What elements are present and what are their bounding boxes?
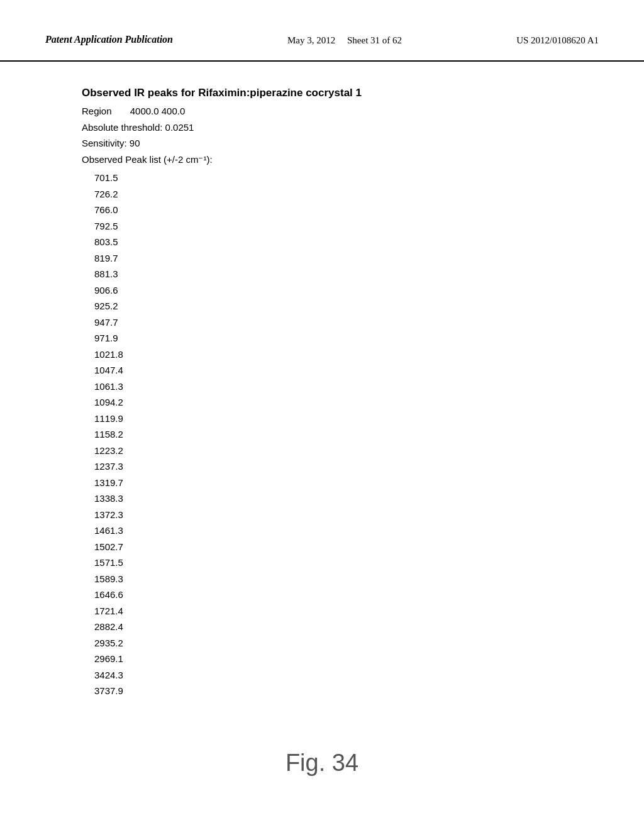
- list-item: 1094.2: [94, 394, 531, 411]
- region-line: Region 4000.0 400.0: [82, 103, 531, 119]
- list-item: 1158.2: [94, 426, 531, 443]
- list-item: 819.7: [94, 250, 531, 267]
- list-item: 947.7: [94, 314, 531, 331]
- list-item: 766.0: [94, 202, 531, 218]
- main-content: Observed IR peaks for Rifaximin:piperazi…: [0, 62, 644, 724]
- region-values: 4000.0 400.0: [130, 106, 186, 116]
- absolute-threshold-line: Absolute threshold: 0.0251: [82, 119, 531, 136]
- list-item: 1646.6: [94, 587, 531, 603]
- list-item: 1589.3: [94, 571, 531, 587]
- list-item: 792.5: [94, 218, 531, 235]
- sheet-number: Sheet 31 of 62: [347, 35, 402, 45]
- list-item: 2935.2: [94, 635, 531, 651]
- sensitivity-line: Sensitivity: 90: [82, 135, 531, 152]
- list-item: 1502.7: [94, 539, 531, 555]
- patent-number: US 2012/0108620 A1: [516, 33, 599, 48]
- list-item: 1223.2: [94, 443, 531, 459]
- list-item: 1571.5: [94, 555, 531, 571]
- peak-list: 701.5726.2766.0792.5803.5819.7881.3906.6…: [82, 170, 531, 699]
- page-header: Patent Application Publication May 3, 20…: [0, 0, 644, 62]
- list-item: 701.5: [94, 170, 531, 186]
- header-center: May 3, 2012 Sheet 31 of 62: [287, 33, 402, 48]
- list-item: 1021.8: [94, 346, 531, 363]
- list-item: 925.2: [94, 298, 531, 314]
- list-item: 1461.3: [94, 523, 531, 539]
- list-item: 971.9: [94, 330, 531, 346]
- list-item: 2882.4: [94, 619, 531, 635]
- list-item: 1338.3: [94, 490, 531, 507]
- list-item: 3424.3: [94, 667, 531, 683]
- list-item: 1061.3: [94, 379, 531, 395]
- figure-label: Fig. 34: [0, 750, 644, 777]
- list-item: 881.3: [94, 266, 531, 282]
- list-item: 1047.4: [94, 362, 531, 379]
- list-item: 726.2: [94, 186, 531, 202]
- list-item: 1372.3: [94, 507, 531, 523]
- publication-date: May 3, 2012: [287, 35, 335, 45]
- list-item: 803.5: [94, 234, 531, 250]
- page: Patent Application Publication May 3, 20…: [0, 0, 644, 830]
- region-label: Region: [82, 106, 112, 116]
- publication-label: Patent Application Publication: [45, 33, 173, 47]
- list-item: 906.6: [94, 282, 531, 299]
- list-item: 1721.4: [94, 603, 531, 619]
- list-item: 1119.9: [94, 411, 531, 427]
- list-item: 2969.1: [94, 651, 531, 667]
- peak-list-header: Observed Peak list (+/-2 cm⁻¹):: [82, 152, 531, 168]
- content-title: Observed IR peaks for Rifaximin:piperazi…: [82, 87, 531, 99]
- list-item: 3737.9: [94, 683, 531, 699]
- list-item: 1319.7: [94, 475, 531, 491]
- list-item: 1237.3: [94, 458, 531, 475]
